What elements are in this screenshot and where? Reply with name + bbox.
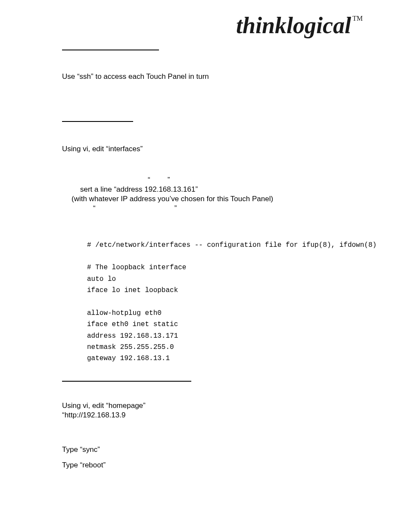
divider bbox=[62, 50, 159, 50]
code-block: # /etc/network/interfaces -- configurati… bbox=[87, 240, 364, 364]
paragraph: “http://192.168.13.9 bbox=[62, 411, 364, 420]
code-line: # The loopback interface bbox=[87, 264, 186, 271]
brand-logo: thinklogicalTM bbox=[236, 12, 361, 39]
paragraph: Type “sync” bbox=[62, 445, 364, 454]
paragraph: sert a line “address 192.168.13.161” bbox=[80, 185, 364, 194]
brand-text: thinklogical bbox=[236, 12, 351, 38]
code-line: iface eth0 inet static bbox=[87, 320, 178, 328]
paragraph: Type “reboot” bbox=[62, 460, 364, 470]
code-line: auto lo bbox=[87, 275, 116, 283]
paragraph: Using vi, edit “homepage” bbox=[62, 401, 364, 411]
code-line: iface lo inet loopback bbox=[87, 286, 178, 294]
code-line: gateway 192.168.13.1 bbox=[87, 355, 170, 362]
divider bbox=[62, 121, 133, 122]
code-line: allow-hotplug eth0 bbox=[87, 309, 162, 317]
code-line: netmask 255.255.255.0 bbox=[87, 343, 174, 351]
text-fragment: “” bbox=[80, 204, 364, 213]
divider bbox=[62, 381, 191, 382]
text-fragment: “” bbox=[80, 175, 364, 185]
paragraph: Use “ssh” to access each Touch Panel in … bbox=[62, 72, 364, 81]
trademark-icon: TM bbox=[352, 15, 363, 22]
code-line: # /etc/network/interfaces -- configurati… bbox=[87, 241, 377, 249]
paragraph: (with whatever IP address you’ve chosen … bbox=[72, 194, 364, 204]
paragraph: Using vi, edit “interfaces” bbox=[62, 144, 364, 154]
code-line: address 192.168.13.171 bbox=[87, 332, 178, 340]
document-body: Use “ssh” to access each Touch Panel in … bbox=[62, 50, 364, 470]
